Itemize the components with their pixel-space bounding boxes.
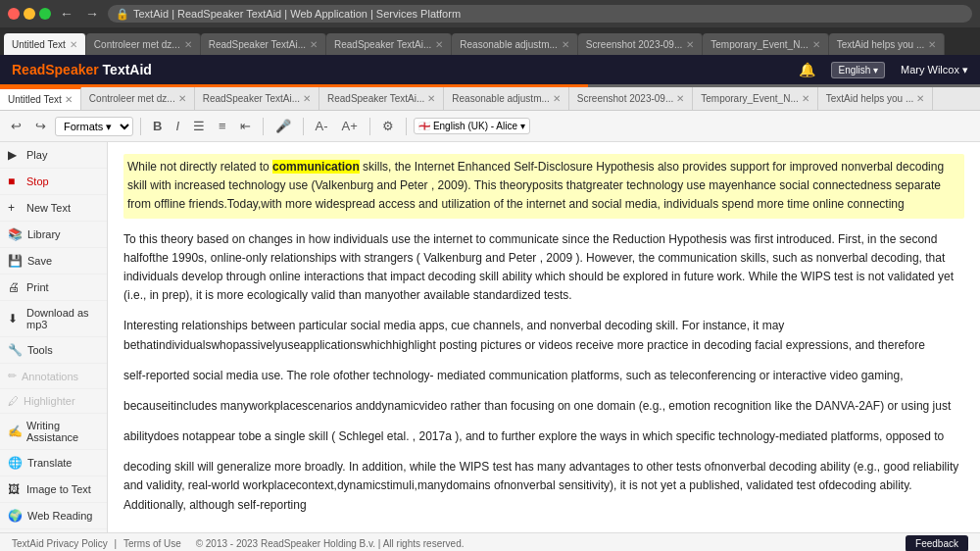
sidebar-item-translate[interactable]: 🌐 Translate — [0, 450, 107, 476]
sidebar-item-annotations: ✏ Annotations — [0, 364, 107, 389]
writing-assist-icon: ✍ — [8, 425, 22, 438]
lock-icon: 🔒 — [116, 8, 129, 21]
browser-tab-4-close[interactable]: ✕ — [562, 39, 569, 50]
formats-dropdown[interactable]: Formats ▾ — [55, 117, 133, 136]
doc-tab-6-close[interactable]: ✕ — [802, 93, 809, 104]
doc-tab-4-close[interactable]: ✕ — [553, 93, 561, 104]
browser-tab-7-close[interactable]: ✕ — [928, 39, 936, 50]
browser-tab-6[interactable]: Temporary_Event_N... ✕ — [703, 33, 829, 55]
browser-tab-1[interactable]: Controleer met dz... ✕ — [86, 33, 201, 55]
sidebar-item-play[interactable]: ▶ Play — [0, 142, 107, 169]
browser-tab-1-close[interactable]: ✕ — [184, 39, 192, 50]
translate-icon: 🌐 — [8, 456, 23, 470]
doc-tab-7[interactable]: TextAid helps you ... ✕ — [818, 87, 934, 111]
sidebar-item-web-reading[interactable]: 🌍 Web Reading — [0, 503, 107, 529]
doc-tab-3-close[interactable]: ✕ — [427, 93, 435, 104]
browser-tab-3[interactable]: ReadSpeaker TextAi... ✕ — [326, 33, 452, 55]
toolbar-sep-3 — [303, 118, 304, 135]
browser-tab-3-close[interactable]: ✕ — [435, 39, 443, 50]
window-close-btn[interactable] — [8, 8, 20, 20]
sidebar-item-new-text-label: New Text — [26, 202, 71, 214]
sidebar-item-writing-assist[interactable]: ✍ Writing Assistance — [0, 414, 107, 450]
notification-bell-icon[interactable]: 🔔 — [799, 62, 815, 77]
nav-forward-btn[interactable]: → — [82, 6, 102, 22]
url-text: TextAid | ReadSpeaker TextAid | Web Appl… — [133, 8, 461, 20]
sidebar-item-new-text[interactable]: + New Text — [0, 195, 107, 222]
nav-back-btn[interactable]: ← — [57, 6, 76, 22]
paragraph-6: abilitydoes notappear tobe a single skil… — [123, 427, 964, 446]
outdent-button[interactable]: ⇤ — [235, 116, 256, 136]
download-icon: ⬇ — [8, 312, 22, 326]
browser-tab-2-close[interactable]: ✕ — [310, 39, 318, 50]
sidebar-item-stop-label: Stop — [26, 175, 49, 187]
language-toolbar[interactable]: 🏴󠁧󠁢󠁥󠁮󠁧󠁿 English (UK) - Alice ▾ — [414, 118, 530, 134]
doc-tab-5-close[interactable]: ✕ — [676, 93, 684, 104]
window-minimize-btn[interactable] — [24, 8, 35, 20]
sidebar-item-print[interactable]: 🖨 Print — [0, 275, 107, 301]
sidebar-item-reading[interactable]: 📖 Reading — [0, 529, 107, 532]
sidebar-item-annotations-label: Annotations — [22, 371, 78, 382]
sidebar-item-image-to-text[interactable]: 🖼 Image to Text — [0, 476, 107, 503]
italic-button[interactable]: I — [171, 116, 184, 136]
browser-tab-2-label: ReadSpeaker TextAi... — [209, 39, 306, 50]
user-menu-button[interactable]: Mary Wilcox ▾ — [901, 64, 968, 76]
undo-button[interactable]: ↩ — [6, 116, 26, 136]
doc-tab-2[interactable]: ReadSpeaker TextAi... ✕ — [195, 87, 319, 111]
sidebar-item-save[interactable]: 💾 Save — [0, 248, 107, 275]
browser-tab-7-label: TextAid helps you ... — [837, 39, 925, 50]
doc-tab-1-close[interactable]: ✕ — [178, 93, 186, 104]
browser-tab-2[interactable]: ReadSpeaker TextAi... ✕ — [201, 33, 326, 55]
copyright-text: © 2013 - 2023 ReadSpeaker Holding B.v. |… — [196, 538, 465, 549]
toolbar-sep-2 — [263, 118, 264, 135]
doc-tab-7-label: TextAid helps you ... — [826, 93, 914, 104]
sidebar-item-library[interactable]: 📚 Library — [0, 222, 107, 248]
redo-button[interactable]: ↪ — [30, 116, 51, 136]
browser-tab-5[interactable]: Screenshot 2023-09... ✕ — [578, 33, 703, 55]
terms-link[interactable]: Terms of Use — [123, 538, 181, 549]
microphone-button[interactable]: 🎤 — [270, 116, 296, 136]
sidebar-item-library-label: Library — [27, 228, 61, 240]
feedback-button[interactable]: Feedback — [906, 535, 968, 551]
web-reading-icon: 🌍 — [8, 509, 23, 523]
bold-button[interactable]: B — [148, 116, 167, 136]
doc-tab-2-close[interactable]: ✕ — [303, 93, 311, 104]
doc-tab-6[interactable]: Temporary_Event_N... ✕ — [693, 87, 818, 111]
doc-tab-5[interactable]: Screenshot 2023-09... ✕ — [569, 87, 693, 111]
tools-icon: 🔧 — [8, 343, 23, 357]
sidebar-item-image-to-text-label: Image to Text — [26, 483, 91, 495]
unordered-list-button[interactable]: ☰ — [188, 116, 210, 136]
window-maximize-btn[interactable] — [39, 8, 51, 20]
browser-tab-0-close[interactable]: ✕ — [70, 39, 77, 50]
content-area[interactable]: While not directly related to communicat… — [108, 142, 980, 532]
settings-button[interactable]: ⚙ — [377, 116, 399, 136]
footer: TextAid Privacy Policy | Terms of Use © … — [0, 532, 980, 551]
sidebar-item-download-label: Download as mp3 — [26, 307, 99, 330]
doc-tab-7-close[interactable]: ✕ — [916, 93, 924, 104]
browser-tab-4[interactable]: Reasonable adjustm... ✕ — [452, 33, 578, 55]
doc-tab-1[interactable]: Controleer met dz... ✕ — [81, 87, 195, 111]
language-selector[interactable]: English ▾ — [831, 62, 885, 78]
ordered-list-button[interactable]: ≡ — [214, 116, 231, 136]
paragraph-3: Interesting relationships between partic… — [123, 317, 964, 354]
browser-tab-7[interactable]: TextAid helps you ... ✕ — [829, 33, 946, 55]
sidebar-item-save-label: Save — [27, 255, 52, 267]
doc-tab-4[interactable]: Reasonable adjustm... ✕ — [444, 87, 569, 111]
sidebar-item-translate-label: Translate — [27, 457, 72, 469]
doc-tab-0-close[interactable]: ✕ — [65, 94, 73, 105]
sidebar-item-download[interactable]: ⬇ Download as mp3 — [0, 301, 107, 337]
toolbar-sep-1 — [140, 118, 141, 135]
browser-tab-0[interactable]: Untitled Text ✕ — [4, 33, 86, 55]
doc-tab-3[interactable]: ReadSpeaker TextAi... ✕ — [319, 87, 444, 111]
sidebar-item-stop[interactable]: ■ Stop — [0, 169, 107, 195]
doc-tab-0[interactable]: Untitled Text ✕ — [0, 87, 81, 111]
lang-label: English (UK) - Alice ▾ — [433, 121, 525, 131]
logo-sub: TextAid — [99, 62, 152, 77]
sidebar-item-tools[interactable]: 🔧 Tools — [0, 337, 107, 364]
paragraph-4: self-reported social media use. The role… — [123, 367, 964, 385]
browser-tab-6-close[interactable]: ✕ — [812, 39, 820, 50]
font-decrease-button[interactable]: A- — [311, 116, 333, 136]
url-bar[interactable]: 🔒 TextAid | ReadSpeaker TextAid | Web Ap… — [108, 5, 972, 23]
font-increase-button[interactable]: A+ — [337, 116, 363, 136]
privacy-link[interactable]: TextAid Privacy Policy — [12, 538, 108, 549]
browser-tab-5-close[interactable]: ✕ — [686, 39, 694, 50]
